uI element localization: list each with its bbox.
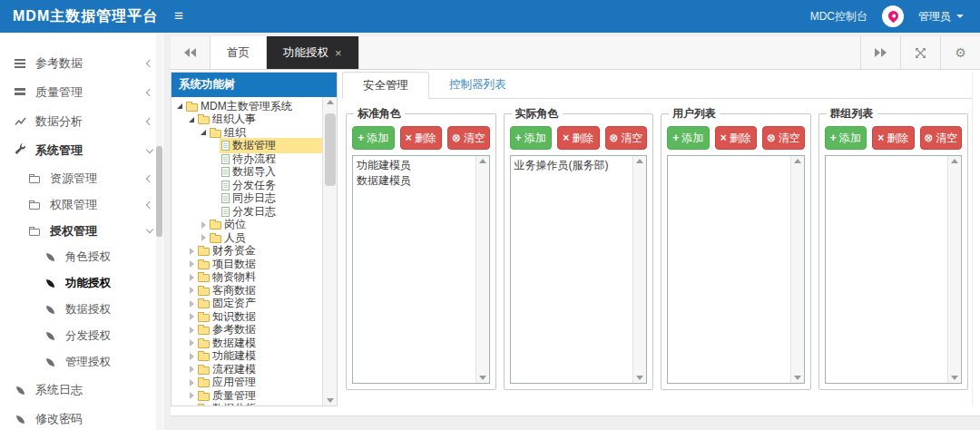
tabs-scroll-left-button[interactable]	[171, 36, 211, 69]
button-label: 删除	[572, 131, 593, 146]
leaf-icon	[46, 332, 54, 340]
caret-collapsed-icon[interactable]	[190, 300, 194, 308]
scroll-down-icon[interactable]	[327, 398, 334, 403]
fullscreen-button[interactable]	[900, 36, 940, 69]
add-button[interactable]: +添加	[510, 126, 553, 150]
scroll-down-icon[interactable]	[636, 376, 643, 380]
close-tab-icon[interactable]: ×	[335, 47, 342, 59]
tree-scrollbar[interactable]	[322, 97, 337, 406]
scroll-down-icon[interactable]	[794, 376, 801, 380]
caret-collapsed-icon[interactable]	[201, 234, 206, 241]
folder-icon	[198, 248, 210, 256]
scroll-up-icon[interactable]	[479, 159, 486, 163]
caret-collapsed-icon[interactable]	[190, 287, 194, 294]
delete-button[interactable]: ×删除	[557, 126, 600, 150]
authorization-panel: 安全管理 控制器列表 标准角色+添加×删除⊗清空功能建模员数据建模员实际角色+添…	[342, 72, 973, 406]
tab-controller-list[interactable]: 控制器列表	[429, 72, 526, 98]
caret-expanded-icon[interactable]	[177, 103, 182, 109]
caret-collapsed-icon[interactable]	[190, 274, 194, 281]
sidebar-item[interactable]: 参考数据	[0, 49, 163, 78]
scroll-up-icon[interactable]	[951, 159, 958, 163]
tree-panel-title: 系统功能树	[172, 73, 337, 97]
sidebar-item[interactable]: 系统日志	[0, 376, 163, 405]
user-label: 管理员	[918, 9, 951, 24]
list-item[interactable]: 数据建模员	[357, 173, 472, 189]
caret-collapsed-icon[interactable]	[201, 221, 206, 229]
listbox[interactable]	[667, 155, 805, 384]
folder-icon	[29, 229, 40, 236]
scroll-up-icon[interactable]	[794, 159, 801, 163]
scrollbar-thumb[interactable]	[325, 113, 336, 186]
button-label: 添加	[681, 131, 703, 146]
listbox-scrollbar[interactable]	[947, 156, 961, 383]
list-item[interactable]: 功能建模员	[357, 158, 472, 173]
avatar[interactable]	[882, 5, 904, 27]
caret-expanded-icon[interactable]	[201, 130, 206, 135]
tree-node-label: 数据分析	[212, 401, 256, 406]
clear-button[interactable]: ⊗清空	[920, 126, 963, 150]
hamburger-icon[interactable]: ≡	[169, 0, 189, 33]
sidebar-item[interactable]: 授权管理	[0, 218, 163, 244]
add-icon: +	[672, 132, 679, 143]
sidebar-item[interactable]: 权限管理	[0, 191, 163, 218]
scroll-up-icon[interactable]	[327, 100, 334, 104]
mdc-console-link[interactable]: MDC控制台	[810, 9, 867, 24]
caret-collapsed-icon[interactable]	[190, 366, 194, 373]
group-title: 标准角色	[354, 106, 405, 122]
add-button[interactable]: +添加	[352, 126, 395, 150]
delete-button[interactable]: ×删除	[872, 126, 915, 150]
delete-button[interactable]: ×删除	[400, 126, 443, 150]
sidebar-item[interactable]: 质量管理	[0, 78, 163, 107]
caret-collapsed-icon[interactable]	[190, 313, 194, 320]
listbox[interactable]: 功能建模员数据建模员	[352, 155, 490, 384]
tabs-scroll-right-button[interactable]	[860, 36, 900, 69]
button-label: 清空	[936, 131, 957, 146]
chevron-left-icon	[146, 200, 153, 208]
tree-node[interactable]: 数据分析	[175, 403, 322, 406]
caret-collapsed-icon[interactable]	[190, 353, 194, 360]
scroll-down-icon[interactable]	[951, 376, 958, 380]
caret-collapsed-icon[interactable]	[190, 327, 194, 334]
caret-collapsed-icon[interactable]	[190, 392, 194, 399]
clear-icon: ⊗	[767, 132, 776, 143]
user-menu[interactable]: 管理员	[918, 9, 964, 24]
sidebar-item[interactable]: 系统管理	[0, 136, 163, 165]
caret-collapsed-icon[interactable]	[190, 339, 194, 347]
tab-function-auth[interactable]: 功能授权 ×	[267, 36, 359, 69]
caret-collapsed-icon[interactable]	[190, 248, 194, 255]
delete-button[interactable]: ×删除	[715, 126, 758, 150]
sidebar-item[interactable]: 分发授权	[0, 323, 163, 349]
scrollbar-thumb[interactable]	[156, 146, 162, 237]
sidebar-item[interactable]: 管理授权	[0, 349, 163, 376]
caret-collapsed-icon[interactable]	[190, 260, 194, 268]
list-item[interactable]: 业务操作员(服务部)	[514, 158, 630, 173]
add-button[interactable]: +添加	[667, 126, 710, 150]
listbox[interactable]	[825, 155, 963, 384]
caret-collapsed-icon[interactable]	[190, 379, 194, 386]
scroll-up-icon[interactable]	[636, 159, 643, 163]
sidebar-item[interactable]: 资源管理	[0, 165, 163, 191]
sidebar-scrollbar[interactable]	[156, 33, 162, 430]
tab-home[interactable]: 首页	[211, 36, 267, 69]
listbox[interactable]: 业务操作员(服务部)	[510, 155, 648, 384]
folder-icon	[198, 393, 210, 401]
sidebar-item[interactable]: 数据分析	[0, 107, 163, 136]
sidebar-item[interactable]: 功能授权	[0, 270, 163, 297]
folder-icon	[210, 235, 221, 243]
scroll-down-icon[interactable]	[479, 376, 486, 380]
sidebar-item[interactable]: 角色授权	[0, 244, 163, 270]
sidebar-item[interactable]: 数据授权	[0, 297, 163, 323]
sidebar-item[interactable]: 修改密码	[0, 405, 163, 430]
group-fieldset: 标准角色+添加×删除⊗清空功能建模员数据建模员	[346, 106, 496, 390]
tab-security-management[interactable]: 安全管理	[342, 72, 429, 99]
clear-button[interactable]: ⊗清空	[447, 126, 490, 150]
add-button[interactable]: +添加	[825, 126, 867, 150]
listbox-scrollbar[interactable]	[632, 156, 646, 383]
clear-button[interactable]: ⊗清空	[605, 126, 648, 150]
caret-expanded-icon[interactable]	[189, 117, 194, 122]
sidebar-item-clipped[interactable]: 主数据管理	[0, 33, 163, 40]
listbox-scrollbar[interactable]	[790, 156, 804, 383]
settings-button[interactable]: ⚙	[940, 36, 980, 69]
clear-button[interactable]: ⊗清空	[762, 126, 805, 150]
listbox-scrollbar[interactable]	[475, 156, 489, 383]
